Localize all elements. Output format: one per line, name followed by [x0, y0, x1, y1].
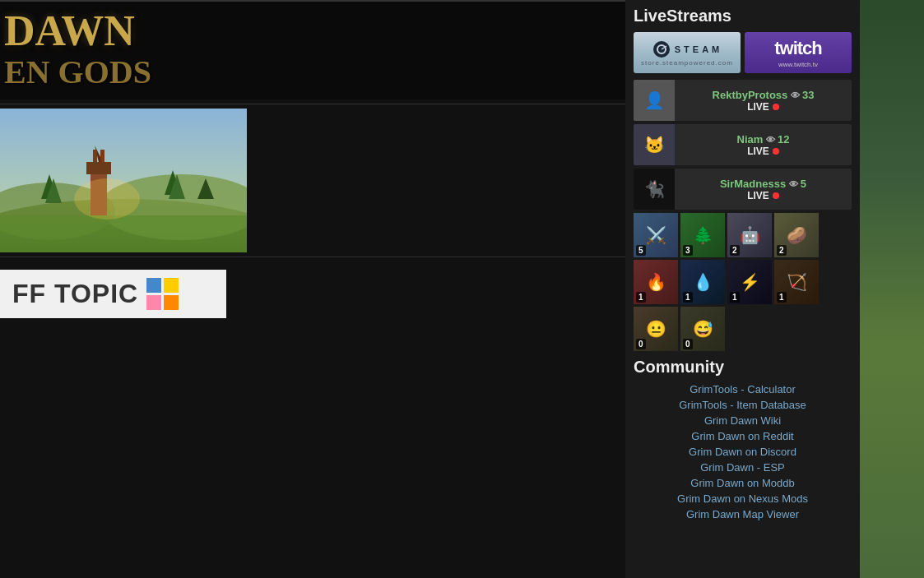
svg-rect-8 — [100, 150, 104, 162]
thumb-2[interactable]: 🌲 3 — [680, 213, 725, 257]
sq-pink — [146, 295, 161, 310]
live-badge-1: LIVE — [681, 101, 845, 113]
thumb-count-6: 1 — [683, 292, 693, 303]
game-image — [0, 109, 247, 252]
bottom-divider — [0, 257, 625, 257]
logo-line1: DAWN — [0, 10, 625, 53]
color-squares — [146, 278, 179, 310]
thumb-count-1: 5 — [636, 245, 646, 256]
twitch-button[interactable]: twitch www.twitch.tv — [745, 32, 852, 73]
live-dot-1 — [773, 104, 779, 110]
svg-point-15 — [74, 178, 140, 220]
thumb-10[interactable]: 😅 0 — [680, 307, 725, 351]
off-topic-label: FF TOPIC — [12, 279, 138, 309]
steam-url: store.steampowered.com — [641, 59, 733, 67]
left-panel: DAWN EN GODS — [0, 0, 625, 578]
thumb-count-2: 3 — [683, 245, 693, 256]
live-badge-2: LIVE — [681, 146, 845, 157]
thumb-count-9: 0 — [636, 339, 646, 349]
thumb-count-5: 1 — [636, 292, 646, 303]
streamer-row-2[interactable]: 🐱 Niam 👁 12 LIVE — [634, 124, 852, 165]
right-panel: LiveStreams STEAM store.steampowered.com… — [625, 0, 860, 578]
link-map-viewer[interactable]: Grim Dawn Map Viewer — [686, 508, 799, 520]
thumb-count-4: 2 — [777, 245, 787, 256]
off-topic-area: FF TOPIC — [0, 261, 230, 326]
live-badge-3: LIVE — [681, 190, 845, 201]
mid-divider — [0, 104, 625, 104]
live-dot-3 — [773, 192, 779, 199]
community-section: Community GrimTools - Calculator GrimToo… — [634, 358, 852, 520]
streamer-info-3: SirMadnesss 👁 5 LIVE — [675, 178, 852, 201]
sq-yellow — [164, 278, 179, 293]
link-moddb[interactable]: Grim Dawn on Moddb — [690, 477, 794, 489]
thumb-4[interactable]: 🥔 2 — [774, 213, 819, 257]
svg-rect-5 — [86, 162, 111, 174]
thumb-9[interactable]: 😐 0 — [634, 307, 678, 351]
thumb-6[interactable]: 💧 1 — [680, 260, 725, 304]
svg-rect-7 — [93, 150, 97, 162]
steam-button[interactable]: STEAM store.steampowered.com — [634, 32, 741, 73]
streamer-name-3: SirMadnesss 👁 5 — [681, 178, 845, 190]
thumb-7[interactable]: ⚡ 1 — [727, 260, 772, 304]
far-right-bg — [860, 0, 924, 578]
streamer-name-2: Niam 👁 12 — [681, 133, 845, 146]
streamer-info-2: Niam 👁 12 LIVE — [675, 133, 852, 157]
twitch-url: www.twitch.tv — [778, 61, 818, 68]
thumb-1[interactable]: ⚔️ 5 — [634, 213, 678, 257]
thumb-count-7: 1 — [730, 292, 740, 303]
streamer-name-1: RektbyProtoss 👁 33 — [681, 89, 845, 101]
streamer-avatar-1: 👤 — [634, 80, 675, 121]
thumb-count-3: 2 — [730, 245, 740, 256]
logo-area: DAWN EN GODS — [0, 2, 625, 99]
sq-orange — [164, 295, 179, 310]
logo-line2: EN GODS — [0, 53, 625, 91]
streamer-avatar-2: 🐱 — [634, 124, 675, 165]
community-title: Community — [634, 358, 852, 377]
thumb-3[interactable]: 🤖 2 — [727, 213, 772, 257]
link-grimtools-calc[interactable]: GrimTools - Calculator — [690, 383, 796, 395]
streamer-row-1[interactable]: 👤 RektbyProtoss 👁 33 LIVE — [634, 80, 852, 121]
twitch-label: twitch — [774, 38, 822, 59]
streamer-avatar-3: 🐈‍⬛ — [634, 169, 675, 210]
live-dot-2 — [773, 148, 779, 155]
platform-buttons: STEAM store.steampowered.com twitch www.… — [634, 32, 852, 73]
link-discord[interactable]: Grim Dawn on Discord — [689, 446, 796, 458]
livestreams-title: LiveStreams — [634, 7, 852, 25]
svg-rect-14 — [0, 215, 247, 252]
thumb-count-8: 1 — [777, 292, 787, 303]
thumb-count-10: 0 — [683, 339, 693, 349]
link-grimtools-db[interactable]: GrimTools - Item Database — [679, 399, 806, 411]
link-wiki[interactable]: Grim Dawn Wiki — [704, 414, 781, 427]
community-links: GrimTools - Calculator GrimTools - Item … — [634, 383, 852, 520]
streamer-info-1: RektbyProtoss 👁 33 LIVE — [675, 89, 852, 113]
link-nexus[interactable]: Grim Dawn on Nexus Mods — [677, 492, 808, 505]
link-esp[interactable]: Grim Dawn - ESP — [700, 461, 785, 474]
off-topic-banner[interactable]: FF TOPIC — [0, 270, 226, 318]
streamer-row-3[interactable]: 🐈‍⬛ SirMadnesss 👁 5 LIVE — [634, 169, 852, 210]
sq-blue — [146, 278, 161, 293]
link-reddit[interactable]: Grim Dawn on Reddit — [691, 430, 793, 442]
thumb-8[interactable]: 🏹 1 — [774, 260, 819, 304]
steam-label: STEAM — [675, 44, 723, 54]
thumb-5[interactable]: 🔥 1 — [634, 260, 678, 304]
thumbnail-grid: ⚔️ 5 🌲 3 🤖 2 🥔 2 🔥 1 💧 1 ⚡ 1 🏹 1 — [634, 213, 852, 351]
